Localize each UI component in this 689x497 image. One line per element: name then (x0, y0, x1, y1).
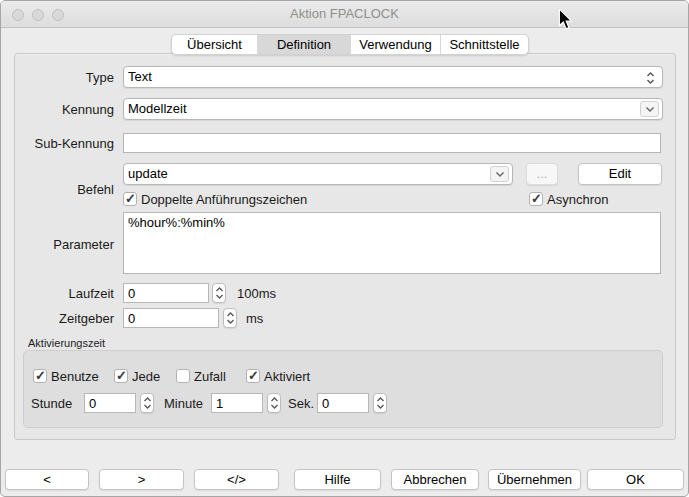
type-label: Type (1, 70, 114, 85)
aktivierungszeit-box (23, 350, 663, 428)
stunde-input[interactable] (84, 393, 136, 413)
next-button[interactable]: > (99, 469, 184, 490)
stepper-updown-icon (143, 395, 152, 411)
code-button[interactable]: </> (194, 469, 279, 490)
type-popup[interactable]: Text (123, 66, 663, 88)
minimize-button[interactable] (32, 9, 44, 21)
mouse-cursor-icon (558, 9, 574, 31)
window-title: Aktion FPACLOCK (1, 1, 688, 27)
minute-input[interactable] (211, 393, 263, 413)
befehl-more-button[interactable]: ... (526, 163, 558, 185)
sek-input[interactable] (317, 393, 369, 413)
laufzeit-input[interactable] (123, 283, 209, 303)
tab-verwendung[interactable]: Verwendung (351, 35, 441, 54)
benutze-checkbox[interactable] (33, 369, 47, 383)
kennung-label: Kennung (1, 102, 114, 117)
parameter-textarea[interactable]: %hour%:%min% (123, 212, 661, 274)
dialog-window: Aktion FPACLOCK Übersicht Definition Ver… (0, 0, 689, 497)
double-quotes-label: Doppelte Anführungszeichen (141, 192, 307, 207)
jede-checkbox[interactable] (114, 369, 128, 383)
double-quotes-checkbox[interactable] (123, 192, 137, 206)
stepper-updown-icon (376, 395, 385, 411)
kennung-combobox[interactable]: Modellzeit (123, 98, 663, 120)
stepper-updown-icon (270, 395, 279, 411)
popup-updown-icon (646, 71, 655, 85)
tab-uebersicht[interactable]: Übersicht (172, 35, 258, 54)
hilfe-button[interactable]: Hilfe (294, 469, 381, 490)
zeitgeber-stepper[interactable] (223, 308, 237, 328)
aktiviert-label: Aktiviert (264, 369, 310, 384)
sek-stepper[interactable] (373, 393, 387, 413)
befehl-combobox[interactable]: update (123, 163, 513, 185)
laufzeit-label: Laufzeit (1, 286, 114, 301)
kennung-value: Modellzeit (128, 101, 187, 116)
ok-button[interactable]: OK (587, 469, 684, 490)
aktivierungszeit-title: Aktivierungszeit (28, 337, 105, 349)
tab-definition[interactable]: Definition (258, 35, 351, 54)
asynchron-label: Asynchron (547, 192, 608, 207)
stunde-label: Stunde (31, 396, 72, 411)
minute-stepper[interactable] (267, 393, 281, 413)
benutze-label: Benutze (51, 369, 99, 384)
chevron-down-icon[interactable] (490, 166, 509, 182)
prev-button[interactable]: < (5, 469, 89, 490)
type-popup-value: Text (128, 69, 152, 84)
sub-kennung-input[interactable] (123, 133, 661, 153)
traffic-lights (12, 9, 64, 21)
tab-bar: Übersicht Definition Verwendung Schnitts… (171, 34, 529, 55)
laufzeit-stepper[interactable] (212, 283, 226, 303)
sek-label: Sek. (288, 396, 314, 411)
parameter-label: Parameter (1, 237, 114, 252)
aktiviert-checkbox[interactable] (246, 369, 260, 383)
zufall-label: Zufall (194, 369, 226, 384)
abbrechen-button[interactable]: Abbrechen (391, 469, 479, 490)
asynchron-checkbox[interactable] (529, 192, 543, 206)
befehl-edit-button[interactable]: Edit (578, 163, 662, 185)
zeitgeber-unit: ms (246, 311, 263, 326)
laufzeit-unit: 100ms (237, 286, 276, 301)
befehl-value: update (128, 166, 168, 181)
zufall-checkbox[interactable] (176, 369, 190, 383)
zoom-button[interactable] (52, 9, 64, 21)
zeitgeber-label: Zeitgeber (1, 311, 114, 326)
zeitgeber-input[interactable] (123, 308, 219, 328)
chevron-down-icon[interactable] (640, 101, 659, 117)
close-button[interactable] (12, 9, 24, 21)
jede-label: Jede (132, 369, 160, 384)
sub-kennung-label: Sub-Kennung (1, 136, 114, 151)
minute-label: Minute (164, 396, 203, 411)
titlebar: Aktion FPACLOCK (1, 1, 688, 28)
stepper-updown-icon (226, 310, 235, 326)
befehl-label: Befehl (1, 182, 114, 197)
uebernehmen-button[interactable]: Übernehmen (488, 469, 581, 490)
stepper-updown-icon (215, 285, 224, 301)
tab-schnittstelle[interactable]: Schnittstelle (441, 35, 528, 54)
stunde-stepper[interactable] (140, 393, 154, 413)
